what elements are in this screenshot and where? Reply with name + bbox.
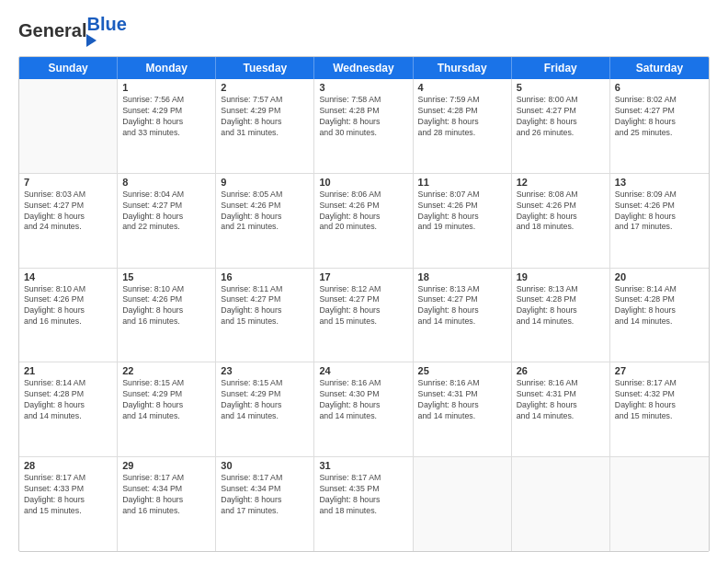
day-info: Sunrise: 8:17 AM Sunset: 4:33 PM Dayligh… (24, 473, 112, 517)
day-info: Sunrise: 7:58 AM Sunset: 4:28 PM Dayligh… (319, 95, 407, 139)
day-cell-24: 24Sunrise: 8:16 AM Sunset: 4:30 PM Dayli… (314, 362, 413, 456)
day-number: 26 (517, 365, 605, 376)
day-info: Sunrise: 8:08 AM Sunset: 4:26 PM Dayligh… (517, 190, 605, 234)
day-info: Sunrise: 8:10 AM Sunset: 4:26 PM Dayligh… (122, 284, 210, 328)
day-info: Sunrise: 8:09 AM Sunset: 4:26 PM Dayligh… (615, 190, 704, 234)
day-cell-12: 12Sunrise: 8:08 AM Sunset: 4:26 PM Dayli… (512, 174, 610, 268)
day-number: 13 (615, 177, 704, 188)
day-cell-1: 1Sunrise: 7:56 AM Sunset: 4:29 PM Daylig… (118, 79, 216, 173)
day-cell-15: 15Sunrise: 8:10 AM Sunset: 4:26 PM Dayli… (118, 269, 216, 362)
day-number: 14 (24, 271, 112, 282)
day-number: 20 (615, 271, 704, 282)
day-number: 19 (517, 271, 605, 282)
day-cell-26: 26Sunrise: 8:16 AM Sunset: 4:31 PM Dayli… (512, 362, 610, 456)
week-row-4: 21Sunrise: 8:14 AM Sunset: 4:28 PM Dayli… (19, 362, 709, 457)
day-cell-18: 18Sunrise: 8:13 AM Sunset: 4:27 PM Dayli… (414, 269, 512, 362)
day-number: 7 (24, 177, 112, 188)
day-cell-23: 23Sunrise: 8:15 AM Sunset: 4:29 PM Dayli… (216, 362, 314, 456)
day-number: 30 (221, 460, 309, 471)
day-cell-21: 21Sunrise: 8:14 AM Sunset: 4:28 PM Dayli… (19, 362, 118, 456)
day-cell-28: 28Sunrise: 8:17 AM Sunset: 4:33 PM Dayli… (19, 457, 118, 551)
header-day-monday: Monday (118, 57, 216, 79)
day-cell-22: 22Sunrise: 8:15 AM Sunset: 4:29 PM Dayli… (118, 362, 216, 456)
day-cell-4: 4Sunrise: 7:59 AM Sunset: 4:28 PM Daylig… (414, 79, 512, 173)
day-number: 17 (319, 271, 407, 282)
logo-arrow-icon (86, 34, 97, 47)
logo: GeneralBlue (18, 15, 127, 47)
day-cell-20: 20Sunrise: 8:14 AM Sunset: 4:28 PM Dayli… (610, 269, 709, 362)
day-info: Sunrise: 8:04 AM Sunset: 4:27 PM Dayligh… (122, 190, 210, 234)
week-row-1: 1Sunrise: 7:56 AM Sunset: 4:29 PM Daylig… (19, 79, 709, 174)
day-number: 1 (122, 82, 210, 93)
day-number: 9 (221, 177, 309, 188)
day-number: 12 (517, 177, 605, 188)
day-cell-13: 13Sunrise: 8:09 AM Sunset: 4:26 PM Dayli… (610, 174, 709, 268)
day-info: Sunrise: 8:06 AM Sunset: 4:26 PM Dayligh… (319, 190, 407, 234)
day-cell-31: 31Sunrise: 8:17 AM Sunset: 4:35 PM Dayli… (314, 457, 413, 551)
day-cell-empty-0-0 (19, 79, 118, 173)
day-number: 4 (418, 82, 506, 93)
day-cell-16: 16Sunrise: 8:11 AM Sunset: 4:27 PM Dayli… (216, 269, 314, 362)
week-row-3: 14Sunrise: 8:10 AM Sunset: 4:26 PM Dayli… (19, 269, 709, 363)
day-number: 25 (418, 365, 506, 376)
day-cell-empty-4-4 (414, 457, 512, 551)
day-info: Sunrise: 8:12 AM Sunset: 4:27 PM Dayligh… (319, 284, 407, 328)
day-number: 10 (319, 177, 407, 188)
day-cell-25: 25Sunrise: 8:16 AM Sunset: 4:31 PM Dayli… (414, 362, 512, 456)
day-info: Sunrise: 7:56 AM Sunset: 4:29 PM Dayligh… (122, 95, 210, 139)
day-cell-27: 27Sunrise: 8:17 AM Sunset: 4:32 PM Dayli… (610, 362, 709, 456)
day-info: Sunrise: 8:13 AM Sunset: 4:28 PM Dayligh… (517, 284, 605, 328)
day-cell-11: 11Sunrise: 8:07 AM Sunset: 4:26 PM Dayli… (414, 174, 512, 268)
header-day-wednesday: Wednesday (314, 57, 413, 79)
header-day-friday: Friday (512, 57, 610, 79)
day-cell-2: 2Sunrise: 7:57 AM Sunset: 4:29 PM Daylig… (216, 79, 314, 173)
day-info: Sunrise: 8:14 AM Sunset: 4:28 PM Dayligh… (24, 378, 112, 422)
day-cell-8: 8Sunrise: 8:04 AM Sunset: 4:27 PM Daylig… (118, 174, 216, 268)
day-number: 3 (319, 82, 407, 93)
day-info: Sunrise: 8:05 AM Sunset: 4:26 PM Dayligh… (221, 190, 309, 234)
day-info: Sunrise: 8:17 AM Sunset: 4:32 PM Dayligh… (615, 378, 704, 422)
day-cell-5: 5Sunrise: 8:00 AM Sunset: 4:27 PM Daylig… (512, 79, 610, 173)
day-info: Sunrise: 8:11 AM Sunset: 4:27 PM Dayligh… (221, 284, 309, 328)
day-cell-9: 9Sunrise: 8:05 AM Sunset: 4:26 PM Daylig… (216, 174, 314, 268)
logo-blue: Blue (86, 15, 126, 33)
day-info: Sunrise: 8:07 AM Sunset: 4:26 PM Dayligh… (418, 190, 506, 234)
day-cell-7: 7Sunrise: 8:03 AM Sunset: 4:27 PM Daylig… (19, 174, 118, 268)
day-number: 21 (24, 365, 112, 376)
day-info: Sunrise: 8:10 AM Sunset: 4:26 PM Dayligh… (24, 284, 112, 328)
week-row-5: 28Sunrise: 8:17 AM Sunset: 4:33 PM Dayli… (19, 457, 709, 551)
day-cell-29: 29Sunrise: 8:17 AM Sunset: 4:34 PM Dayli… (118, 457, 216, 551)
calendar-header: SundayMondayTuesdayWednesdayThursdayFrid… (19, 57, 709, 79)
day-cell-30: 30Sunrise: 8:17 AM Sunset: 4:34 PM Dayli… (216, 457, 314, 551)
day-info: Sunrise: 8:17 AM Sunset: 4:35 PM Dayligh… (319, 473, 407, 517)
calendar-body: 1Sunrise: 7:56 AM Sunset: 4:29 PM Daylig… (19, 79, 709, 551)
day-cell-14: 14Sunrise: 8:10 AM Sunset: 4:26 PM Dayli… (19, 269, 118, 362)
day-number: 31 (319, 460, 407, 471)
week-row-2: 7Sunrise: 8:03 AM Sunset: 4:27 PM Daylig… (19, 174, 709, 269)
day-number: 2 (221, 82, 309, 93)
day-info: Sunrise: 8:02 AM Sunset: 4:27 PM Dayligh… (615, 95, 704, 139)
day-info: Sunrise: 8:00 AM Sunset: 4:27 PM Dayligh… (517, 95, 605, 139)
day-number: 24 (319, 365, 407, 376)
calendar: SundayMondayTuesdayWednesdayThursdayFrid… (18, 56, 710, 552)
header-day-saturday: Saturday (610, 57, 709, 79)
day-info: Sunrise: 8:17 AM Sunset: 4:34 PM Dayligh… (221, 473, 309, 517)
day-info: Sunrise: 8:15 AM Sunset: 4:29 PM Dayligh… (221, 378, 309, 422)
header-day-thursday: Thursday (414, 57, 512, 79)
day-number: 23 (221, 365, 309, 376)
day-info: Sunrise: 8:15 AM Sunset: 4:29 PM Dayligh… (122, 378, 210, 422)
day-cell-3: 3Sunrise: 7:58 AM Sunset: 4:28 PM Daylig… (314, 79, 413, 173)
day-info: Sunrise: 8:16 AM Sunset: 4:30 PM Dayligh… (319, 378, 407, 422)
day-number: 5 (517, 82, 605, 93)
day-info: Sunrise: 8:17 AM Sunset: 4:34 PM Dayligh… (122, 473, 210, 517)
day-info: Sunrise: 7:57 AM Sunset: 4:29 PM Dayligh… (221, 95, 309, 139)
day-number: 22 (122, 365, 210, 376)
day-info: Sunrise: 8:16 AM Sunset: 4:31 PM Dayligh… (418, 378, 506, 422)
day-cell-6: 6Sunrise: 8:02 AM Sunset: 4:27 PM Daylig… (610, 79, 709, 173)
header-day-tuesday: Tuesday (216, 57, 314, 79)
day-cell-17: 17Sunrise: 8:12 AM Sunset: 4:27 PM Dayli… (314, 269, 413, 362)
day-number: 18 (418, 271, 506, 282)
day-info: Sunrise: 7:59 AM Sunset: 4:28 PM Dayligh… (418, 95, 506, 139)
day-number: 29 (122, 460, 210, 471)
day-number: 6 (615, 82, 704, 93)
